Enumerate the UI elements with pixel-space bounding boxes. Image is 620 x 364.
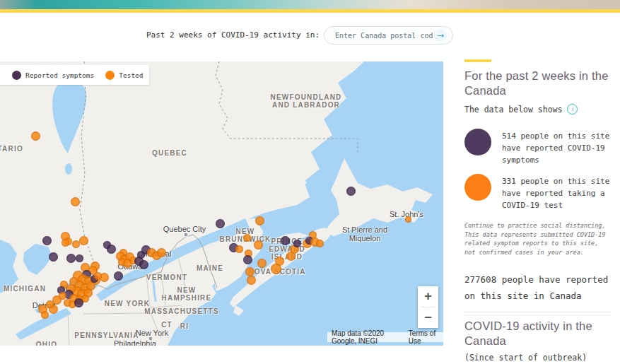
city-marker-icon	[184, 233, 189, 237]
zoom-in-button[interactable]: +	[418, 286, 438, 307]
report-dot-tested	[257, 259, 267, 268]
report-dot-tested	[31, 131, 40, 141]
panel-section1-title: For the past 2 weeks in the Canada	[464, 69, 610, 98]
report-dot-symptoms	[107, 245, 116, 254]
city-marker-icon	[148, 336, 153, 341]
report-dot-tested	[72, 240, 80, 248]
report-dot-tested	[235, 245, 243, 253]
report-dot-tested	[245, 267, 255, 276]
report-dot-tested	[94, 272, 102, 280]
total-reports: 277608 people have reported on this site…	[464, 271, 610, 304]
report-dot-symptoms	[139, 260, 148, 269]
report-dot-tested	[71, 197, 80, 206]
symptoms-circle-icon	[464, 129, 491, 155]
panel-divider	[464, 312, 610, 312]
report-dot-symptoms	[49, 252, 58, 262]
legend-label: Reported symptoms	[25, 71, 94, 79]
report-dot-tested	[275, 257, 284, 266]
report-dot-symptoms	[76, 254, 83, 262]
tested-dot-icon	[105, 71, 115, 80]
panel-subtitle: The data below shows i	[464, 104, 610, 115]
hero-photo-strip	[0, 0, 620, 9]
arrow-right-icon[interactable]: →	[434, 29, 447, 42]
zoom-out-button[interactable]: −	[418, 307, 438, 328]
symptoms-dot-icon	[12, 71, 21, 80]
report-dot-tested	[243, 234, 251, 242]
report-dot-tested	[254, 240, 263, 249]
report-dot-tested	[41, 311, 49, 319]
report-dot-symptoms	[216, 219, 225, 228]
map-legend: Reported symptoms Tested	[0, 65, 149, 85]
map-canvas[interactable]: ONTARIOQUEBECNEWFOUNDLAND AND LABRADORNE…	[0, 61, 443, 346]
page-title: Past 2 weeks of COVID-19 activity in:	[146, 30, 320, 40]
stats-panel: For the past 2 weeks in the Canada The d…	[464, 59, 610, 363]
report-dot-tested	[157, 248, 166, 257]
map-zoom-control: + −	[418, 286, 438, 328]
legend-item-symptoms: Reported symptoms	[12, 71, 94, 80]
info-icon[interactable]: i	[567, 104, 578, 115]
accent-bar-panel	[464, 59, 491, 62]
disclaimer-note: Continue to practice social distancing. …	[464, 221, 610, 257]
report-dot-symptoms	[74, 298, 83, 307]
app-window: Past 2 weeks of COVID-19 activity in: →	[0, 0, 620, 364]
report-dot-tested	[62, 239, 69, 247]
panel-section2-subtitle: (Since start of outbreak)	[464, 353, 610, 363]
legend-item-tested: Tested	[105, 71, 143, 80]
report-dot-symptoms	[281, 236, 290, 245]
report-dot-tested	[247, 276, 256, 285]
terms-of-use-link[interactable]: Terms of Use	[409, 329, 440, 345]
tested-circle-icon	[464, 174, 491, 201]
report-dot-tested	[316, 240, 324, 247]
report-dot-tested	[59, 292, 66, 300]
stat-text: 514 people on this site have reported CO…	[502, 129, 609, 166]
report-dot-symptoms	[42, 236, 52, 245]
map-attribution: Map data ©2020 Google, INEGI Terms of Us…	[327, 332, 443, 342]
postal-code-search: →	[324, 26, 453, 45]
stat-tested: 331 people on this site have reported ta…	[464, 174, 610, 211]
report-dot-symptoms	[346, 187, 356, 196]
report-dot-tested	[79, 236, 88, 245]
report-dot-symptoms	[114, 271, 123, 281]
report-dot-symptoms	[243, 255, 252, 264]
stat-text: 331 people on this site have reported ta…	[502, 174, 609, 211]
map-attribution-text: Map data ©2020 Google, INEGI	[332, 329, 409, 345]
report-dot-symptoms	[66, 254, 76, 263]
report-dot-tested	[255, 216, 264, 225]
report-dot-symptoms	[293, 240, 301, 247]
legend-label: Tested	[119, 71, 143, 79]
panel-subtitle-text: The data below shows	[464, 105, 562, 115]
report-dot-tested	[405, 216, 411, 223]
postal-code-input[interactable]	[334, 31, 434, 40]
panel-section2-title: COVID-19 activity in the Canada	[464, 319, 610, 348]
stat-reported-symptoms: 514 people on this site have reported CO…	[464, 129, 610, 166]
accent-bar-top	[0, 9, 620, 13]
